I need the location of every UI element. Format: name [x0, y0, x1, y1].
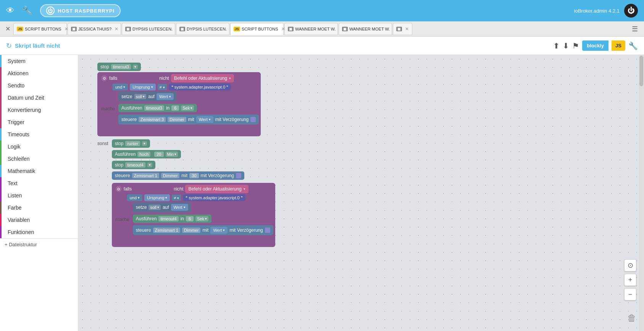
steuere-block-1[interactable]: steuere Zemismart 3 Dimmer mit Wert mit … [118, 115, 259, 124]
sidebar-item-konvertierung[interactable]: Konvertierung [0, 104, 78, 116]
befehl2-block[interactable]: Befehl oder Aktualisierung ▾ [185, 185, 248, 193]
val30-field[interactable]: 30 [189, 173, 199, 178]
ursprung-block[interactable]: Ursprung [130, 84, 155, 90]
zoom-out-button[interactable]: − [624, 288, 636, 300]
wrench-icon[interactable]: 🔧 [22, 6, 32, 16]
blockly-button[interactable]: blockly [582, 40, 608, 51]
soll-dropdown[interactable]: soll [134, 94, 147, 99]
runter-field[interactable]: runter [125, 141, 140, 146]
sidebar-item-system[interactable]: System [0, 55, 78, 67]
sidebar-bottom-dateistruktur[interactable]: + Dateistruktur [0, 238, 78, 250]
sek-val-field[interactable]: 6 [171, 105, 179, 111]
mache2-label: mache [116, 217, 129, 222]
tab-wanneer-1[interactable]: ▣ WANNEER MOET W. ✕ [284, 23, 338, 35]
und2-dropdown[interactable]: und [127, 194, 142, 201]
dimmer1-field[interactable]: Dimmer [161, 173, 180, 178]
download-button[interactable]: ⬇ [563, 41, 569, 50]
zoom-reset-button[interactable]: ⊙ [624, 259, 636, 271]
falls-label: falls [109, 76, 117, 81]
refresh-icon[interactable]: ↻ [6, 42, 12, 50]
timeout3-field[interactable]: timeout3 [111, 64, 131, 69]
upload-button[interactable]: ⬆ [553, 41, 560, 50]
stop-runter-block[interactable]: stop runter [112, 139, 150, 148]
sek-val2-field[interactable]: 6 [186, 216, 194, 221]
sidebar-item-datum[interactable]: Datum und Zeit [0, 92, 78, 104]
timeout4-dropdown[interactable] [147, 163, 152, 167]
steuere2-block[interactable]: steuere Zemismart 1 Dimmer mit Wert mit … [133, 225, 273, 235]
sidebar-item-listen[interactable]: Listen [0, 189, 78, 202]
zemismart1b-field[interactable]: Zemismart 1 [153, 228, 180, 233]
settings-button[interactable]: 🔧 [628, 41, 638, 50]
dimmer2-field[interactable]: Dimmer [182, 228, 201, 233]
verzoegerung1-toggle[interactable] [236, 173, 241, 178]
host-badge[interactable]: ⏻ HOST RASPBERRYPI [40, 4, 121, 17]
zemismart3-field[interactable]: Zemismart 3 [139, 117, 166, 122]
trash-icon[interactable]: 🗑 [627, 313, 636, 323]
stop-timeout4-block[interactable]: stop timeout4 [112, 161, 155, 169]
ausfuehren-hoch-label: Ausführen [115, 152, 136, 157]
tab-script-buttons-1[interactable]: JS SCRIPT BUTTONS ✕ [13, 23, 67, 35]
sidebar-label-text: Text [8, 180, 18, 186]
tab-script-buttons-2[interactable]: JS SCRIPT BUTTONS ✕ [230, 23, 284, 35]
runter-dropdown[interactable] [142, 141, 147, 146]
wert2-block[interactable]: Wert [171, 204, 188, 211]
verzoegerung2-toggle[interactable] [265, 228, 270, 233]
und-dropdown[interactable]: und [113, 84, 128, 90]
timeout3-ref-field[interactable]: timeout3 [144, 105, 164, 111]
timeout4-field[interactable]: timeout4 [125, 162, 145, 168]
ausfuehren2-block[interactable]: Ausführen timeout4 in 6 Sek [133, 215, 211, 223]
sidebar-item-trigger[interactable]: Trigger [0, 116, 78, 128]
min-dropdown[interactable]: Min [166, 152, 178, 157]
sidebar-item-text[interactable]: Text [0, 177, 78, 189]
scrollbar-thumb[interactable] [639, 56, 643, 86]
eye-icon[interactable]: 👁 [6, 6, 15, 16]
tabs-menu-button[interactable]: ☰ [629, 25, 641, 33]
falls-block-1: ⚙ falls nicht Befehl oder Aktualisierung… [97, 72, 261, 136]
steuere-z1-block[interactable]: steuere Zemismart 1 Dimmer mit 30 mit Ve… [112, 171, 244, 180]
sidebar-item-funktionen[interactable]: Funktionen [0, 226, 78, 238]
dimmer-field[interactable]: Dimmer [168, 117, 186, 122]
stop-timeout3-block[interactable]: stop timeout3 [97, 63, 141, 71]
canvas-scrollbar[interactable] [639, 55, 644, 331]
ursprung2-block[interactable]: Ursprung [144, 194, 170, 201]
timeout3-dropdown[interactable] [133, 65, 138, 69]
tab-close-icon[interactable]: ✕ [115, 26, 118, 32]
sek-dropdown[interactable]: Sek [181, 105, 194, 111]
nicht2-label: nicht [174, 186, 183, 192]
js-button[interactable]: JS [612, 40, 625, 51]
setze2-block[interactable]: setze soll auf Wert [133, 202, 191, 212]
tab-close-icon[interactable]: ✕ [405, 26, 409, 32]
sidebar-item-logik[interactable]: Logik [0, 140, 78, 153]
hoch-field[interactable]: hoch [137, 152, 150, 157]
sidebar-item-sendto[interactable]: Sendto [0, 79, 78, 92]
zemismart1-field[interactable]: Zemismart 1 [132, 173, 159, 178]
ausfuehren-block-1[interactable]: Ausführen timeout3 in 6 Sek [118, 104, 197, 112]
timeout4-ref-field[interactable]: timeout4 [158, 216, 178, 221]
tab-dypsis-1[interactable]: ▣ DYPSIS LUTESCEN. ✕ [122, 23, 175, 35]
sidebar-item-farbe[interactable]: Farbe [0, 202, 78, 214]
val20-field[interactable]: 20 [154, 152, 163, 157]
tab-jessica-thuis[interactable]: ▣ JESSICA THUIS? ✕ [68, 23, 121, 35]
verzoegerung-toggle[interactable] [250, 117, 256, 122]
befehl-block[interactable]: Befehl oder Aktualisierung ▾ [171, 74, 234, 82]
flag-button[interactable]: ⚑ [572, 41, 579, 50]
tab-dypsis-2[interactable]: ▣ DYPSIS LUTESCEN. ✕ [176, 23, 229, 35]
tab-extra[interactable]: ▣ ✕ [393, 23, 412, 35]
sek2-dropdown[interactable]: Sek [195, 216, 208, 221]
zoom-in-button[interactable]: + [624, 274, 636, 286]
wert-block[interactable]: Wert [157, 93, 174, 100]
falls-gear-icon: ⚙ [101, 75, 107, 81]
sidebar-item-aktionen[interactable]: Aktionen [0, 67, 78, 79]
soll2-dropdown[interactable]: soll [148, 205, 161, 210]
sidebar-item-timeouts[interactable]: Timeouts [0, 128, 78, 140]
blockly-canvas[interactable]: stop timeout3 ⚙ falls nicht Befehl ode [78, 55, 644, 331]
close-all-tabs-button[interactable]: ✕ [3, 25, 13, 32]
wert-mit-block[interactable]: Wert [196, 116, 213, 123]
wert2b-block[interactable]: Wert [210, 227, 228, 234]
sidebar-item-variablen[interactable]: Variablen [0, 214, 78, 226]
sidebar-item-schleifen[interactable]: Schleifen [0, 153, 78, 165]
ausfuehren-hoch-block[interactable]: Ausführen hoch 20 Min [112, 150, 181, 158]
setze-block[interactable]: setze soll auf Wert [118, 92, 177, 102]
tab-wanneer-2[interactable]: ▣ WANNEER MOET W. ✕ [339, 23, 392, 35]
sidebar-item-mathematik[interactable]: Mathematik [0, 165, 78, 177]
